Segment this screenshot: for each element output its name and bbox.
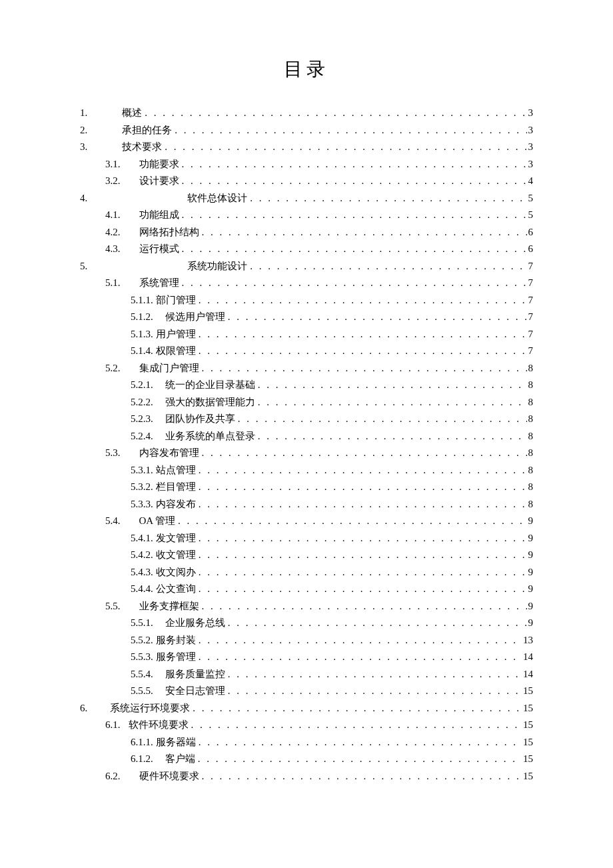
toc-entry: 4.1.功能组成 5 bbox=[80, 207, 533, 224]
toc-entry-label: 服务质量监控 bbox=[165, 666, 225, 683]
toc-entry-page: 15 bbox=[522, 700, 533, 717]
toc-entry: 6.1.1.服务器端15 bbox=[80, 734, 533, 751]
toc-entry-label: 概述 bbox=[122, 105, 142, 122]
toc-entry: 1.概述3 bbox=[80, 105, 533, 122]
toc-entry-page: 3 bbox=[527, 156, 534, 173]
toc-leader-dots bbox=[199, 530, 527, 547]
toc-entry-page: 8 bbox=[527, 394, 534, 411]
toc-entry: 6.1.软件环境要求15 bbox=[80, 717, 533, 734]
toc-entry-number: 5.1.3. bbox=[131, 326, 153, 343]
toc-entry: 5.5.5.安全日志管理15 bbox=[80, 683, 533, 700]
toc-entry: 5.2.1.统一的企业目录基础8 bbox=[80, 377, 533, 394]
toc-entry-number: 3.2. bbox=[105, 173, 121, 190]
toc-entry-page: 9 bbox=[527, 615, 534, 632]
toc-entry: 5.5.3.服务管理14 bbox=[80, 649, 533, 666]
toc-entry: 5.2.3.团队协作及共享8 bbox=[80, 411, 533, 428]
toc-entry-number: 5.3. bbox=[105, 445, 121, 462]
toc-leader-dots bbox=[199, 649, 522, 666]
toc-entry: 5.3.内容发布管理8 bbox=[80, 445, 533, 462]
toc-entry-page: 3 bbox=[527, 122, 534, 139]
toc-entry-label: 业务系统的单点登录 bbox=[165, 428, 255, 445]
toc-entry-label: 承担的任务 bbox=[122, 122, 172, 139]
toc-entry-number: 6. bbox=[80, 700, 87, 717]
toc-leader-dots bbox=[145, 105, 526, 122]
toc-entry-label: 权限管理 bbox=[156, 343, 196, 360]
toc-entry: 5.1.2.候选用户管理7 bbox=[80, 309, 533, 326]
toc-container: 1.概述32.承担的任务33.技术要求33.1.功能要求33.2.设计要求44.… bbox=[80, 105, 533, 785]
toc-entry-page: 15 bbox=[522, 768, 533, 785]
toc-entry-page: 5 bbox=[527, 190, 534, 207]
toc-entry: 2.承担的任务3 bbox=[80, 122, 533, 139]
toc-entry: 3.技术要求3 bbox=[80, 139, 533, 156]
document-page: 目录 1.概述32.承担的任务33.技术要求33.1.功能要求33.2.设计要求… bbox=[0, 0, 613, 868]
toc-entry-label: 系统功能设计 bbox=[187, 258, 247, 275]
toc-leader-dots bbox=[199, 564, 527, 581]
toc-entry-label: 运行模式 bbox=[139, 241, 179, 258]
toc-leader-dots bbox=[228, 666, 522, 683]
toc-entry-page: 15 bbox=[522, 734, 533, 751]
toc-leader-dots bbox=[182, 241, 527, 258]
toc-entry-page: 8 bbox=[527, 462, 534, 479]
toc-entry-label: 设计要求 bbox=[139, 173, 179, 190]
toc-entry-label: 系统管理 bbox=[139, 275, 179, 292]
toc-entry-page: 9 bbox=[527, 598, 534, 615]
toc-entry-number: 5.4.2. bbox=[131, 547, 153, 564]
toc-leader-dots bbox=[202, 768, 522, 785]
toc-entry-page: 15 bbox=[522, 683, 533, 700]
toc-entry-number: 5.4.3. bbox=[131, 564, 153, 581]
toc-leader-dots bbox=[182, 173, 527, 190]
toc-leader-dots bbox=[182, 156, 527, 173]
toc-entry-page: 8 bbox=[527, 377, 534, 394]
toc-leader-dots bbox=[193, 700, 522, 717]
toc-entry-label: 强大的数据管理能力 bbox=[165, 394, 255, 411]
toc-entry-number: 5.3.3. bbox=[131, 496, 153, 513]
toc-leader-dots bbox=[250, 190, 526, 207]
toc-entry-label: 服务器端 bbox=[156, 734, 196, 751]
toc-entry-number: 4.3. bbox=[105, 241, 121, 258]
toc-entry-label: 发文管理 bbox=[156, 530, 196, 547]
toc-entry-label: 软件总体设计 bbox=[187, 190, 247, 207]
toc-entry: 5.3.2.栏目管理8 bbox=[80, 479, 533, 496]
toc-leader-dots bbox=[199, 343, 527, 360]
toc-entry-page: 7 bbox=[527, 275, 534, 292]
toc-entry-label: 部门管理 bbox=[156, 292, 196, 309]
toc-leader-dots bbox=[199, 326, 527, 343]
toc-entry-number: 5.5.4. bbox=[131, 666, 153, 683]
toc-entry-number: 5.3.2. bbox=[131, 479, 153, 496]
toc-entry-page: 13 bbox=[522, 632, 533, 649]
toc-leader-dots bbox=[199, 547, 527, 564]
toc-entry: 5.3.1.站点管理8 bbox=[80, 462, 533, 479]
toc-entry-number: 5.4.1. bbox=[131, 530, 153, 547]
toc-entry-page: 8 bbox=[527, 428, 534, 445]
toc-leader-dots bbox=[202, 224, 527, 241]
toc-entry-page: 14 bbox=[522, 666, 533, 683]
toc-entry: 5.4.2.收文管理9 bbox=[80, 547, 533, 564]
toc-entry-page: 15 bbox=[522, 751, 533, 768]
toc-entry-page: 9 bbox=[527, 530, 534, 547]
toc-entry: 5.4.3.收文阅办9 bbox=[80, 564, 533, 581]
toc-entry: 5.4.4.公文查询9 bbox=[80, 581, 533, 598]
toc-entry-number: 1. bbox=[80, 105, 87, 122]
toc-entry-page: 5 bbox=[527, 207, 534, 224]
toc-entry-label: 公文查询 bbox=[156, 581, 196, 598]
toc-leader-dots bbox=[228, 683, 522, 700]
toc-entry-number: 5.2. bbox=[105, 360, 121, 377]
toc-entry-label: 统一的企业目录基础 bbox=[165, 377, 255, 394]
toc-entry-page: 8 bbox=[527, 411, 534, 428]
toc-entry-number: 5.4.4. bbox=[131, 581, 153, 598]
toc-entry: 5.2.2.强大的数据管理能力8 bbox=[80, 394, 533, 411]
toc-entry-number: 5. bbox=[80, 258, 87, 275]
toc-leader-dots bbox=[202, 598, 527, 615]
toc-entry: 5.5.4.服务质量监控14 bbox=[80, 666, 533, 683]
toc-entry: 6.1.2.客户端15 bbox=[80, 751, 533, 768]
toc-entry: 5.2.集成门户管理8 bbox=[80, 360, 533, 377]
toc-entry-label: 客户端 bbox=[165, 751, 195, 768]
toc-entry: 5.5.2.服务封装13 bbox=[80, 632, 533, 649]
toc-entry-number: 5.2.2. bbox=[131, 394, 153, 411]
toc-leader-dots bbox=[182, 207, 527, 224]
toc-entry-number: 5.1.4. bbox=[131, 343, 153, 360]
toc-leader-dots bbox=[182, 275, 527, 292]
toc-entry-label: 内容发布管理 bbox=[139, 445, 199, 462]
toc-entry-number: 4. bbox=[80, 190, 87, 207]
toc-entry-number: 5.5.1. bbox=[131, 615, 153, 632]
